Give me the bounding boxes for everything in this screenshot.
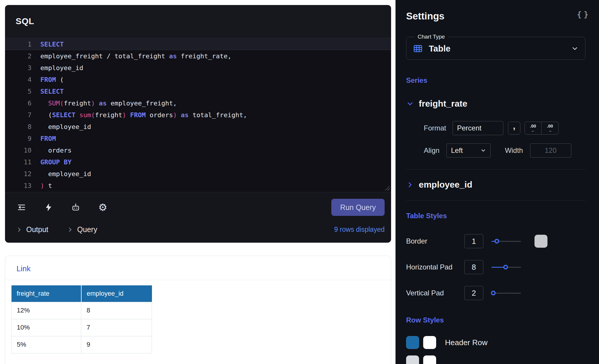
rows-displayed-status: 9 rows displayed bbox=[334, 226, 385, 234]
code-braces-icon[interactable]: { } bbox=[577, 10, 587, 19]
border-width-input[interactable] bbox=[464, 234, 483, 248]
result-row: 5%9 bbox=[11, 336, 152, 353]
result-row: 12%8 bbox=[11, 302, 152, 319]
code-line[interactable]: 9FROM bbox=[5, 133, 391, 144]
vertical-pad-slider[interactable] bbox=[492, 291, 521, 295]
vertical-pad-row: Vertical Pad bbox=[406, 286, 585, 300]
border-width-slider[interactable] bbox=[492, 239, 521, 244]
increase-decimals-button[interactable]: .00 → bbox=[542, 122, 559, 135]
result-cell: 8 bbox=[81, 302, 152, 319]
next-row-style-partial bbox=[406, 355, 585, 364]
line-number: 2 bbox=[5, 52, 32, 60]
code-line[interactable]: 8 employee_id bbox=[5, 121, 391, 133]
format-row: Format Percent , .00 ← .00 → bbox=[424, 121, 585, 135]
line-number: 1 bbox=[5, 41, 32, 48]
code-line[interactable]: 7 (SELECT sum(freight) FROM orders) as t… bbox=[5, 109, 391, 121]
align-row: Align Left Width bbox=[424, 143, 585, 158]
sql-toolbar: ⚙ Run Query bbox=[5, 192, 391, 219]
width-label: Width bbox=[505, 146, 523, 155]
result-cell: 9 bbox=[81, 336, 152, 353]
code-line[interactable]: 4FROM ( bbox=[5, 74, 391, 85]
row-fill-swatch[interactable] bbox=[406, 355, 419, 364]
horizontal-pad-slider[interactable] bbox=[492, 265, 521, 269]
header-row-text-swatch[interactable] bbox=[423, 336, 436, 349]
output-label: Output bbox=[26, 225, 48, 234]
series-item-employee-id[interactable]: employee_id bbox=[406, 180, 585, 190]
format-select[interactable]: Percent bbox=[453, 121, 503, 135]
align-select[interactable]: Left bbox=[446, 143, 491, 158]
width-input[interactable] bbox=[530, 143, 571, 158]
line-number: 8 bbox=[5, 123, 32, 130]
chevron-right-icon bbox=[406, 181, 414, 189]
code-line[interactable]: 3employee_id bbox=[5, 62, 391, 74]
header-row-fill-swatch[interactable] bbox=[406, 336, 419, 349]
result-column-header: freight_rate bbox=[11, 285, 81, 302]
result-cell: 10% bbox=[11, 319, 81, 336]
row-text-swatch[interactable] bbox=[423, 355, 436, 364]
arrow-left-icon: ← bbox=[531, 128, 535, 133]
settings-panel: Settings { } Chart Type Table Series fre… bbox=[396, 0, 599, 364]
arrow-right-icon: → bbox=[548, 128, 552, 133]
chevron-right-icon bbox=[67, 227, 73, 233]
table-grid-icon bbox=[413, 44, 423, 54]
code-line[interactable]: 12 employee_id bbox=[5, 168, 391, 180]
code-line[interactable]: 5SELECT bbox=[5, 85, 391, 97]
vertical-pad-input[interactable] bbox=[464, 286, 483, 300]
line-number: 9 bbox=[5, 135, 32, 142]
series-name: employee_id bbox=[419, 180, 472, 190]
chevron-down-icon bbox=[571, 45, 579, 52]
code-line[interactable]: 11GROUP BY bbox=[5, 156, 391, 168]
sql-editor-title: SQL bbox=[16, 16, 34, 26]
table-styles-heading: Table Styles bbox=[406, 212, 585, 220]
query-toggle[interactable]: Query bbox=[67, 225, 97, 234]
decrease-decimals-button[interactable]: .00 ← bbox=[524, 122, 542, 135]
sql-editor-header: SQL bbox=[5, 5, 391, 37]
divider bbox=[406, 200, 585, 201]
line-number: 12 bbox=[5, 170, 32, 178]
lightning-icon[interactable] bbox=[43, 202, 54, 213]
vertical-pad-label: Vertical Pad bbox=[406, 289, 464, 297]
run-query-button[interactable]: Run Query bbox=[331, 199, 385, 216]
slider-thumb[interactable] bbox=[494, 239, 499, 244]
sql-editor-footer: Output Query 9 rows displayed bbox=[5, 219, 391, 243]
decimal-buttons-group: .00 ← .00 → bbox=[524, 122, 559, 135]
format-label: Format bbox=[424, 124, 446, 132]
series-name: freight_rate bbox=[419, 99, 467, 109]
chart-type-value: Table bbox=[429, 44, 451, 54]
line-number: 3 bbox=[5, 64, 32, 72]
horizontal-pad-row: Horizontal Pad bbox=[406, 260, 585, 274]
result-cell: 5% bbox=[11, 336, 81, 353]
result-cell: 7 bbox=[81, 319, 152, 336]
result-cell: 12% bbox=[11, 302, 81, 319]
code-line[interactable]: 13) t bbox=[5, 180, 391, 191]
line-number: 6 bbox=[5, 100, 32, 107]
settings-title: Settings bbox=[406, 11, 585, 22]
header-row-style: Header Row bbox=[406, 336, 585, 349]
chevron-down-icon bbox=[406, 100, 414, 108]
header-row-label: Header Row bbox=[445, 338, 488, 347]
line-number: 11 bbox=[5, 158, 32, 166]
line-number: 13 bbox=[5, 182, 32, 189]
series-item-freight-rate[interactable]: freight_rate bbox=[406, 99, 585, 109]
ai-assistant-robot-icon[interactable] bbox=[70, 202, 81, 213]
result-table: freight_rateemployee_id 12%810%75%9 bbox=[11, 285, 152, 353]
sql-code-editor[interactable]: 1SELECT2employee_freight / total_freight… bbox=[5, 37, 391, 192]
line-number: 7 bbox=[5, 111, 32, 119]
chart-type-select[interactable]: Table bbox=[413, 44, 579, 54]
horizontal-pad-input[interactable] bbox=[464, 260, 483, 274]
thousands-separator-button[interactable]: , bbox=[508, 122, 520, 135]
code-line[interactable]: 6 SUM(freight) as employee_freight, bbox=[5, 97, 391, 109]
slider-thumb[interactable] bbox=[503, 265, 508, 269]
slider-thumb[interactable] bbox=[491, 291, 496, 295]
format-sql-icon[interactable] bbox=[16, 202, 27, 213]
code-line[interactable]: 10 orders bbox=[5, 144, 391, 156]
border-color-swatch[interactable] bbox=[535, 235, 547, 248]
gear-icon[interactable]: ⚙ bbox=[97, 202, 108, 213]
code-line[interactable]: 1SELECT bbox=[5, 38, 391, 50]
line-number: 4 bbox=[5, 76, 32, 83]
line-number: 5 bbox=[5, 88, 32, 95]
divider bbox=[5, 280, 391, 280]
chart-title-link[interactable]: Link bbox=[5, 256, 391, 280]
output-toggle[interactable]: Output bbox=[16, 225, 48, 234]
code-line[interactable]: 2employee_freight / total_freight as fre… bbox=[5, 50, 391, 62]
